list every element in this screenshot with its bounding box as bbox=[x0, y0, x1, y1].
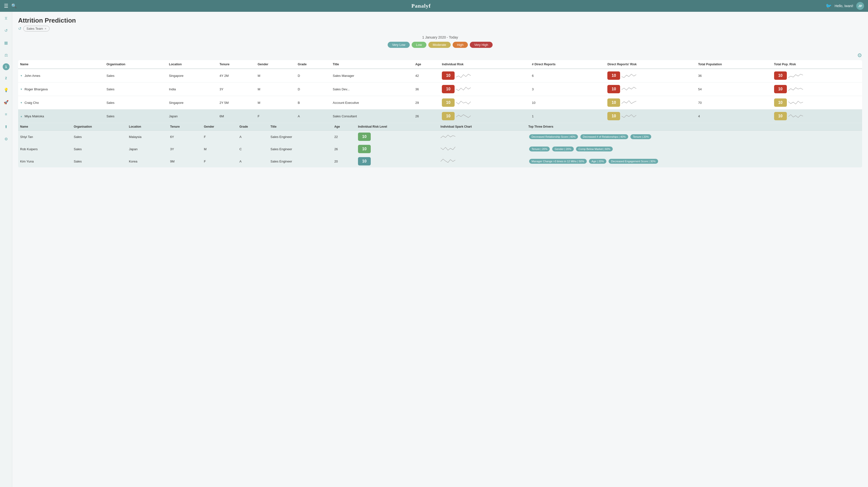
row-age: 26 bbox=[413, 110, 440, 123]
sidebar-rocket-icon[interactable]: 🚀 bbox=[2, 98, 10, 106]
sub-row-location: Japan bbox=[127, 143, 168, 155]
sidebar: ⧖ ↺ ▦ ⚖ 1 2 💡 🚀 ≡ ⬆ ⚙ bbox=[0, 12, 12, 487]
main-table: Name Organisation Location Tenure Gender… bbox=[18, 60, 862, 167]
driver-badge: Manager Change >3 times in 12 Mths | 50% bbox=[529, 159, 587, 164]
row-organisation: Sales bbox=[104, 96, 167, 110]
employee-name: John Ames bbox=[25, 74, 40, 78]
bird-icon: 🐦 bbox=[826, 3, 832, 9]
row-total-population: 54 bbox=[696, 83, 772, 96]
col-individual-risk: Individual Risk bbox=[440, 60, 530, 69]
sidebar-chart-icon[interactable]: ▦ bbox=[2, 39, 10, 47]
spark-chart bbox=[456, 86, 471, 92]
app-layout: ⧖ ↺ ▦ ⚖ 1 2 💡 🚀 ≡ ⬆ ⚙ Attrition Predicti… bbox=[0, 12, 868, 487]
dr-risk-score-badge: 10 bbox=[607, 98, 620, 107]
risk-badge-very-low[interactable]: Very Low bbox=[388, 42, 409, 48]
sub-table: Name Organisation Location Tenure Gender… bbox=[18, 123, 862, 167]
table-row: ▼ John Ames Sales Singapore 4Y 2M M D Sa… bbox=[18, 69, 862, 83]
main-table-header-row: Name Organisation Location Tenure Gender… bbox=[18, 60, 862, 69]
tp-spark-chart bbox=[788, 99, 803, 106]
avatar[interactable]: JP bbox=[856, 2, 864, 10]
spark-chart bbox=[456, 99, 471, 106]
risk-badge-moderate[interactable]: Moderate bbox=[428, 42, 451, 48]
dr-spark-chart bbox=[622, 113, 636, 119]
greeting-text: Hello, Iwani! bbox=[835, 4, 853, 8]
dr-risk-score-badge: 10 bbox=[607, 71, 620, 80]
row-age: 29 bbox=[413, 96, 440, 110]
risk-badge-low[interactable]: Low bbox=[412, 42, 426, 48]
driver-badge: Decreased Relationship Score | 40% bbox=[529, 134, 578, 139]
sub-row-gender: F bbox=[202, 131, 238, 143]
topnav-right: 🐦 Hello, Iwani! JP bbox=[826, 2, 864, 10]
sidebar-num-2[interactable]: 2 bbox=[3, 75, 9, 82]
driver-badge: Tenure | 20% bbox=[529, 147, 550, 151]
row-name: ▼ Craig Cho bbox=[18, 96, 104, 110]
row-total-pop-risk: 10 bbox=[772, 83, 862, 96]
risk-badge-very-high[interactable]: Very High bbox=[470, 42, 492, 48]
row-individual-risk: 10 bbox=[440, 110, 530, 123]
col-location: Location bbox=[167, 60, 217, 69]
page-header: Attrition Prediction ↺ Sales Team × bbox=[18, 17, 862, 31]
sidebar-balance-icon[interactable]: ⚖ bbox=[2, 51, 10, 59]
sub-col-age: Age bbox=[332, 123, 356, 131]
team-filter-badge[interactable]: Sales Team × bbox=[23, 26, 50, 31]
sidebar-num-1[interactable]: 1 bbox=[3, 63, 9, 70]
table-row: ▼ Craig Cho Sales Singapore 2Y 5M M B Ac… bbox=[18, 96, 862, 110]
date-range: 1 January 2020 - Today bbox=[18, 35, 862, 39]
sidebar-list-icon[interactable]: ≡ bbox=[2, 111, 10, 118]
row-direct-reports-risk: 10 bbox=[606, 69, 696, 83]
search-icon[interactable]: 🔍 bbox=[11, 3, 17, 8]
row-title: Sales Consultant bbox=[331, 110, 413, 123]
row-total-population: 4 bbox=[696, 110, 772, 123]
driver-badge: Decreased Engagement Score | 30% bbox=[609, 159, 658, 164]
row-total-population: 70 bbox=[696, 96, 772, 110]
risk-badge-high[interactable]: High bbox=[453, 42, 468, 48]
sub-col-title: Title bbox=[269, 123, 332, 131]
sidebar-refresh-icon[interactable]: ↺ bbox=[2, 27, 10, 34]
dr-spark-chart bbox=[622, 72, 636, 79]
sidebar-settings-icon[interactable]: ⚙ bbox=[2, 135, 10, 143]
row-expand-arrow[interactable]: ▼ bbox=[20, 102, 23, 104]
topnav-left: ☰ 🔍 bbox=[4, 3, 17, 9]
list-item: Shiyi Tan Sales Malaysia 6Y F A Sales En… bbox=[18, 131, 862, 143]
row-expand-arrow[interactable]: ▲ bbox=[20, 115, 23, 118]
row-individual-risk: 10 bbox=[440, 69, 530, 83]
row-direct-reports: 3 bbox=[530, 83, 606, 96]
sub-row-gender: F bbox=[202, 155, 238, 167]
sub-row-tenure: 9M bbox=[168, 155, 202, 167]
team-badge-close-icon[interactable]: × bbox=[44, 27, 46, 30]
settings-gear-button[interactable]: ⚙ bbox=[857, 52, 862, 59]
row-gender: M bbox=[256, 83, 296, 96]
sidebar-share-icon[interactable]: ⬆ bbox=[2, 123, 10, 131]
col-tenure: Tenure bbox=[217, 60, 255, 69]
sub-col-tenure: Tenure bbox=[168, 123, 202, 131]
row-gender: M bbox=[256, 96, 296, 110]
refresh-icon[interactable]: ↺ bbox=[18, 26, 21, 31]
sub-col-organisation: Organisation bbox=[72, 123, 127, 131]
expanded-sub-table-cell: Name Organisation Location Tenure Gender… bbox=[18, 123, 862, 168]
sub-col-gender: Gender bbox=[202, 123, 238, 131]
sub-row-grade: A bbox=[237, 131, 269, 143]
row-direct-reports-risk: 10 bbox=[606, 83, 696, 96]
row-organisation: Sales bbox=[104, 69, 167, 83]
sub-row-name: Rob Kuipers bbox=[18, 143, 72, 155]
row-name: ▼ John Ames bbox=[18, 69, 104, 83]
row-expand-arrow[interactable]: ▼ bbox=[20, 75, 23, 77]
col-gender: Gender bbox=[256, 60, 296, 69]
list-item: Rob Kuipers Sales Japan 3Y M C Sales Eng… bbox=[18, 143, 862, 155]
sub-col-drivers: Top Three Drivers bbox=[526, 123, 862, 131]
sidebar-bulb-icon[interactable]: 💡 bbox=[2, 86, 10, 94]
sub-row-age: 26 bbox=[332, 143, 356, 155]
table-row-expanded: ▲ Miya Makioka Sales Japan 6M F A Sales … bbox=[18, 110, 862, 123]
sub-col-name: Name bbox=[18, 123, 72, 131]
table-row: ▼ Roger Bhargava Sales India 3Y M D Sale… bbox=[18, 83, 862, 96]
row-expand-arrow[interactable]: ▼ bbox=[20, 88, 23, 91]
spark-chart bbox=[456, 72, 471, 79]
menu-icon[interactable]: ☰ bbox=[4, 3, 8, 9]
sub-col-location: Location bbox=[127, 123, 168, 131]
col-name: Name bbox=[18, 60, 104, 69]
dr-spark-chart bbox=[622, 99, 636, 106]
employee-name: Craig Cho bbox=[25, 101, 39, 105]
sidebar-filter-icon[interactable]: ⧖ bbox=[2, 14, 10, 22]
row-individual-risk: 10 bbox=[440, 96, 530, 110]
sub-row-title: Sales Engineer bbox=[269, 143, 332, 155]
